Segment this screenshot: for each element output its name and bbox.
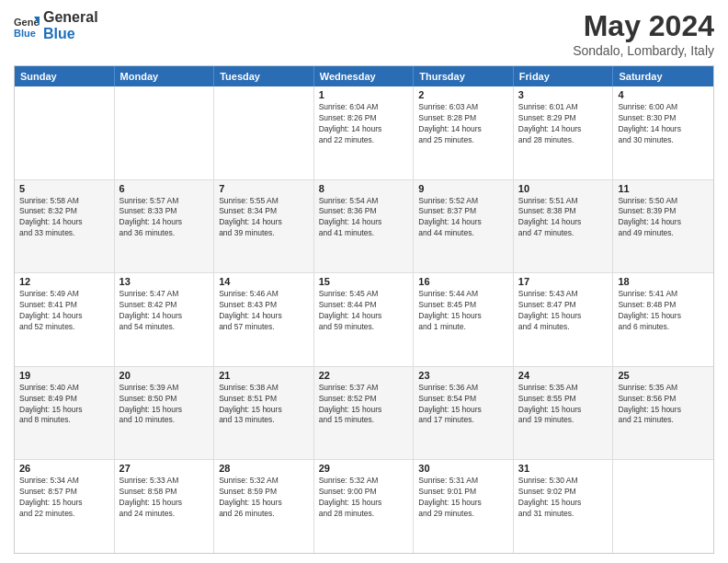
cell-info-text: Sunrise: 6:00 AM Sunset: 8:30 PM Dayligh…	[618, 102, 709, 146]
header-day-thursday: Thursday	[414, 66, 514, 86]
calendar-row-1: 5Sunrise: 5:58 AM Sunset: 8:32 PM Daylig…	[15, 179, 713, 273]
calendar-cell: 29Sunrise: 5:32 AM Sunset: 9:00 PM Dayli…	[314, 460, 415, 553]
calendar-cell: 8Sunrise: 5:54 AM Sunset: 8:36 PM Daylig…	[314, 180, 415, 273]
cell-day-number: 1	[319, 89, 409, 100]
cell-day-number: 3	[518, 89, 609, 100]
calendar-cell: 13Sunrise: 5:47 AM Sunset: 8:42 PM Dayli…	[115, 273, 215, 366]
cell-day-number: 22	[319, 370, 409, 381]
cell-day-number: 16	[418, 276, 508, 287]
cell-info-text: Sunrise: 5:47 AM Sunset: 8:42 PM Dayligh…	[119, 289, 210, 333]
cell-day-number: 24	[518, 370, 609, 381]
cell-day-number: 6	[119, 183, 210, 194]
cell-day-number: 28	[219, 463, 309, 474]
cell-info-text: Sunrise: 5:41 AM Sunset: 8:48 PM Dayligh…	[618, 289, 709, 333]
cell-info-text: Sunrise: 5:50 AM Sunset: 8:39 PM Dayligh…	[618, 196, 709, 240]
cell-info-text: Sunrise: 5:33 AM Sunset: 8:58 PM Dayligh…	[119, 476, 210, 520]
cell-info-text: Sunrise: 5:43 AM Sunset: 8:47 PM Dayligh…	[518, 289, 609, 333]
cell-info-text: Sunrise: 5:40 AM Sunset: 8:49 PM Dayligh…	[19, 383, 109, 427]
cell-info-text: Sunrise: 5:55 AM Sunset: 8:34 PM Dayligh…	[219, 196, 309, 240]
cell-day-number: 29	[319, 463, 409, 474]
cell-info-text: Sunrise: 5:37 AM Sunset: 8:52 PM Dayligh…	[319, 383, 409, 427]
calendar-cell: 24Sunrise: 5:35 AM Sunset: 8:55 PM Dayli…	[514, 367, 614, 460]
cell-info-text: Sunrise: 5:39 AM Sunset: 8:50 PM Dayligh…	[119, 383, 210, 427]
calendar-cell: 9Sunrise: 5:52 AM Sunset: 8:37 PM Daylig…	[414, 180, 514, 273]
calendar-cell: 6Sunrise: 5:57 AM Sunset: 8:33 PM Daylig…	[115, 180, 215, 273]
cell-day-number: 18	[618, 276, 709, 287]
calendar-cell	[613, 460, 713, 553]
calendar-cell: 28Sunrise: 5:32 AM Sunset: 8:59 PM Dayli…	[214, 460, 314, 553]
cell-info-text: Sunrise: 5:35 AM Sunset: 8:55 PM Dayligh…	[518, 383, 609, 427]
calendar-cell: 20Sunrise: 5:39 AM Sunset: 8:50 PM Dayli…	[115, 367, 215, 460]
cell-day-number: 13	[119, 276, 210, 287]
calendar-cell: 16Sunrise: 5:44 AM Sunset: 8:45 PM Dayli…	[414, 273, 514, 366]
logo: General Blue General Blue	[14, 9, 98, 41]
header-day-monday: Monday	[115, 66, 215, 86]
calendar-cell: 10Sunrise: 5:51 AM Sunset: 8:38 PM Dayli…	[514, 180, 614, 273]
cell-info-text: Sunrise: 5:36 AM Sunset: 8:54 PM Dayligh…	[418, 383, 508, 427]
calendar-title: May 2024	[573, 9, 714, 43]
calendar-row-0: 1Sunrise: 6:04 AM Sunset: 8:26 PM Daylig…	[15, 86, 713, 179]
cell-info-text: Sunrise: 5:45 AM Sunset: 8:44 PM Dayligh…	[319, 289, 409, 333]
calendar-cell: 23Sunrise: 5:36 AM Sunset: 8:54 PM Dayli…	[414, 367, 514, 460]
cell-day-number: 26	[19, 463, 109, 474]
cell-info-text: Sunrise: 5:49 AM Sunset: 8:41 PM Dayligh…	[19, 289, 109, 333]
calendar-cell: 18Sunrise: 5:41 AM Sunset: 8:48 PM Dayli…	[613, 273, 713, 366]
calendar-cell: 30Sunrise: 5:31 AM Sunset: 9:01 PM Dayli…	[414, 460, 514, 553]
calendar-cell: 7Sunrise: 5:55 AM Sunset: 8:34 PM Daylig…	[214, 180, 314, 273]
cell-info-text: Sunrise: 5:58 AM Sunset: 8:32 PM Dayligh…	[19, 196, 109, 240]
cell-info-text: Sunrise: 5:32 AM Sunset: 8:59 PM Dayligh…	[219, 476, 309, 520]
calendar-cell: 31Sunrise: 5:30 AM Sunset: 9:02 PM Dayli…	[514, 460, 614, 553]
calendar-cell: 14Sunrise: 5:46 AM Sunset: 8:43 PM Dayli…	[214, 273, 314, 366]
cell-info-text: Sunrise: 6:04 AM Sunset: 8:26 PM Dayligh…	[319, 102, 409, 146]
cell-info-text: Sunrise: 5:32 AM Sunset: 9:00 PM Dayligh…	[319, 476, 409, 520]
cell-day-number: 25	[618, 370, 709, 381]
cell-day-number: 23	[418, 370, 508, 381]
calendar-cell: 3Sunrise: 6:01 AM Sunset: 8:29 PM Daylig…	[514, 86, 614, 179]
calendar-cell	[214, 86, 314, 179]
cell-day-number: 31	[518, 463, 609, 474]
cell-day-number: 21	[219, 370, 309, 381]
calendar-cell: 5Sunrise: 5:58 AM Sunset: 8:32 PM Daylig…	[15, 180, 115, 273]
calendar-cell: 17Sunrise: 5:43 AM Sunset: 8:47 PM Dayli…	[514, 273, 614, 366]
cell-day-number: 27	[119, 463, 210, 474]
header-day-saturday: Saturday	[613, 66, 713, 86]
svg-text:Blue: Blue	[14, 28, 36, 39]
calendar-row-2: 12Sunrise: 5:49 AM Sunset: 8:41 PM Dayli…	[15, 272, 713, 366]
calendar-cell: 1Sunrise: 6:04 AM Sunset: 8:26 PM Daylig…	[314, 86, 415, 179]
calendar-cell: 11Sunrise: 5:50 AM Sunset: 8:39 PM Dayli…	[613, 180, 713, 273]
cell-day-number: 5	[19, 183, 109, 194]
calendar-cell: 27Sunrise: 5:33 AM Sunset: 8:58 PM Dayli…	[115, 460, 215, 553]
header-day-tuesday: Tuesday	[214, 66, 314, 86]
calendar-cell: 12Sunrise: 5:49 AM Sunset: 8:41 PM Dayli…	[15, 273, 115, 366]
calendar-cell: 26Sunrise: 5:34 AM Sunset: 8:57 PM Dayli…	[15, 460, 115, 553]
header-day-sunday: Sunday	[15, 66, 115, 86]
cell-info-text: Sunrise: 5:52 AM Sunset: 8:37 PM Dayligh…	[418, 196, 508, 240]
cell-day-number: 11	[618, 183, 709, 194]
logo-blue-text: Blue	[43, 26, 98, 42]
cell-day-number: 14	[219, 276, 309, 287]
calendar-cell	[115, 86, 215, 179]
cell-day-number: 19	[19, 370, 109, 381]
cell-info-text: Sunrise: 6:03 AM Sunset: 8:28 PM Dayligh…	[418, 102, 508, 146]
calendar: SundayMondayTuesdayWednesdayThursdayFrid…	[14, 65, 714, 554]
calendar-location: Sondalo, Lombardy, Italy	[573, 43, 714, 58]
page: General Blue General Blue May 2024 Sonda…	[0, 0, 728, 563]
cell-info-text: Sunrise: 5:38 AM Sunset: 8:51 PM Dayligh…	[219, 383, 309, 427]
cell-info-text: Sunrise: 5:30 AM Sunset: 9:02 PM Dayligh…	[518, 476, 609, 520]
cell-day-number: 8	[319, 183, 409, 194]
logo-icon: General Blue	[14, 13, 40, 39]
cell-day-number: 20	[119, 370, 210, 381]
calendar-cell: 19Sunrise: 5:40 AM Sunset: 8:49 PM Dayli…	[15, 367, 115, 460]
cell-info-text: Sunrise: 6:01 AM Sunset: 8:29 PM Dayligh…	[518, 102, 609, 146]
header-day-wednesday: Wednesday	[314, 66, 415, 86]
cell-info-text: Sunrise: 5:46 AM Sunset: 8:43 PM Dayligh…	[219, 289, 309, 333]
cell-day-number: 9	[418, 183, 508, 194]
cell-info-text: Sunrise: 5:54 AM Sunset: 8:36 PM Dayligh…	[319, 196, 409, 240]
calendar-cell: 21Sunrise: 5:38 AM Sunset: 8:51 PM Dayli…	[214, 367, 314, 460]
cell-info-text: Sunrise: 5:34 AM Sunset: 8:57 PM Dayligh…	[19, 476, 109, 520]
cell-day-number: 30	[418, 463, 508, 474]
calendar-body: 1Sunrise: 6:04 AM Sunset: 8:26 PM Daylig…	[15, 86, 713, 553]
cell-info-text: Sunrise: 5:44 AM Sunset: 8:45 PM Dayligh…	[418, 289, 508, 333]
calendar-cell	[15, 86, 115, 179]
cell-info-text: Sunrise: 5:31 AM Sunset: 9:01 PM Dayligh…	[418, 476, 508, 520]
